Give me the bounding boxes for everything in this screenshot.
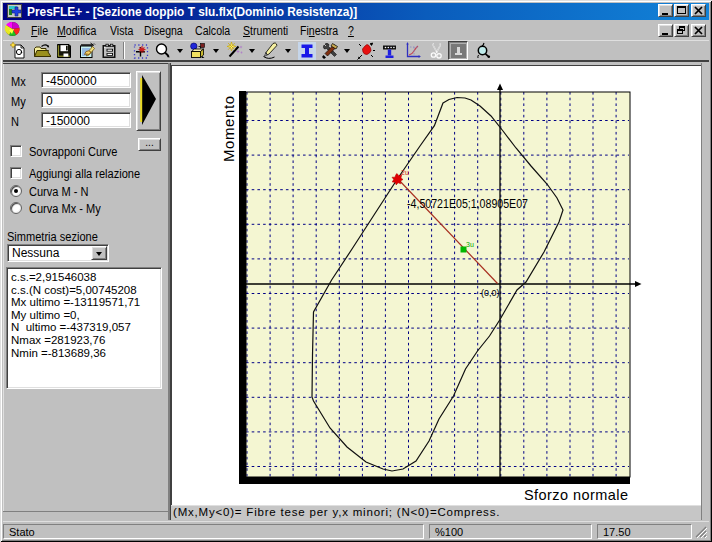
svg-text:(0,0): (0,0) (481, 288, 500, 298)
svg-text:Momento: Momento (220, 96, 237, 162)
svg-text:2u: 2u (401, 169, 409, 176)
svg-text:-4,50721E05;1,08905E07: -4,50721E05;1,08905E07 (407, 197, 528, 211)
svg-text:Sforzo normale: Sforzo normale (524, 487, 628, 503)
svg-text:3u: 3u (466, 241, 474, 248)
